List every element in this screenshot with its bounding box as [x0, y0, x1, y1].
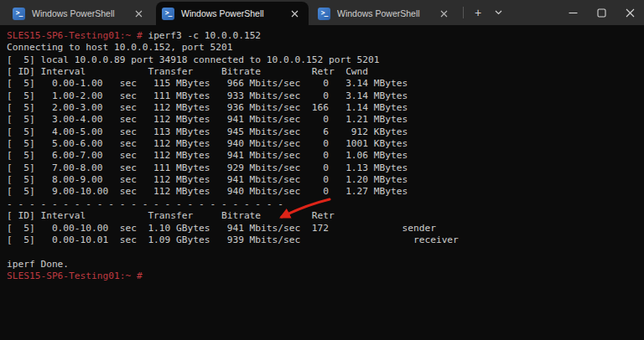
terminal-line: [ ID] Interval Transfer Bitrate Retr Cwn…: [7, 66, 637, 78]
terminal-line: [ 5] 4.00-5.00 sec 113 MBytes 945 Mbits/…: [7, 126, 637, 138]
terminal-line: [ 5] 9.00-10.00 sec 112 MBytes 940 Mbits…: [7, 186, 637, 198]
terminal-line: - - - - - - - - - - - - - - - - - - - - …: [7, 198, 637, 210]
close-button[interactable]: [615, 0, 644, 25]
tab-close-button[interactable]: [131, 6, 146, 21]
terminal-line: [ 5] 5.00-6.00 sec 112 MBytes 940 Mbits/…: [7, 138, 637, 150]
tab-windows-powershell-1[interactable]: >_ Windows PowerShell: [7, 2, 153, 25]
terminal-line: [ 5] 3.00-4.00 sec 112 MBytes 941 Mbits/…: [7, 114, 637, 126]
powershell-icon: >_: [162, 8, 174, 20]
window-controls: [558, 0, 644, 25]
tab-title: Windows PowerShell: [32, 8, 131, 18]
minimize-button[interactable]: [558, 0, 587, 25]
terminal[interactable]: SLES15-SP6-Testing01:~ # iperf3 -c 10.0.…: [0, 25, 644, 340]
tab-title: Windows PowerShell: [337, 8, 436, 18]
tab-strip: >_ Windows PowerShell >_ Windows PowerSh…: [0, 0, 461, 25]
new-tab-button[interactable]: +: [468, 3, 488, 23]
powershell-icon: >_: [13, 8, 25, 20]
title-bar: >_ Windows PowerShell >_ Windows PowerSh…: [0, 0, 644, 25]
terminal-line: [ 5] local 10.0.0.89 port 34918 connecte…: [7, 54, 637, 66]
terminal-line: [ 5] 8.00-9.00 sec 112 MBytes 941 Mbits/…: [7, 174, 637, 186]
terminal-line: [ 5] 0.00-10.01 sec 1.09 GBytes 939 Mbit…: [7, 234, 637, 246]
terminal-line: iperf Done.: [7, 259, 637, 270]
tab-close-button[interactable]: [436, 6, 451, 21]
terminal-line: [7, 246, 637, 258]
terminal-line: [ 5] 0.00-10.00 sec 1.10 GBytes 941 Mbit…: [7, 223, 637, 234]
terminal-line: [ 5] 1.00-2.00 sec 111 MBytes 933 Mbits/…: [7, 90, 637, 102]
close-icon: [135, 10, 143, 18]
close-icon: [626, 8, 635, 18]
tab-close-button[interactable]: [287, 6, 302, 21]
terminal-line: [ 5] 6.00-7.00 sec 112 MBytes 941 Mbits/…: [7, 150, 637, 162]
terminal-line: SLES15-SP6-Testing01:~ #: [7, 270, 637, 282]
minimize-icon: [569, 8, 578, 18]
tab-bar-divider: [463, 7, 464, 18]
terminal-line: Connecting to host 10.0.0.152, port 5201: [7, 42, 637, 54]
close-icon: [291, 10, 299, 18]
terminal-output: SLES15-SP6-Testing01:~ # iperf3 -c 10.0.…: [7, 30, 637, 282]
terminal-line: [ 5] 7.00-8.00 sec 111 MBytes 929 Mbits/…: [7, 162, 637, 174]
terminal-line: [ ID] Interval Transfer Bitrate Retr: [7, 210, 637, 222]
close-icon: [440, 10, 448, 18]
tab-windows-powershell-2[interactable]: >_ Windows PowerShell: [156, 2, 309, 25]
terminal-line: SLES15-SP6-Testing01:~ # iperf3 -c 10.0.…: [7, 30, 637, 42]
chevron-down-icon: [495, 10, 502, 15]
tab-dropdown-button[interactable]: [488, 3, 508, 23]
terminal-line: [ 5] 2.00-3.00 sec 112 MBytes 936 Mbits/…: [7, 102, 637, 114]
powershell-icon: >_: [318, 8, 330, 20]
maximize-icon: [597, 8, 606, 18]
tab-title: Windows PowerShell: [181, 8, 287, 18]
terminal-line: [ 5] 0.00-1.00 sec 115 MBytes 966 Mbits/…: [7, 78, 637, 90]
tab-windows-powershell-3[interactable]: >_ Windows PowerShell: [312, 2, 458, 25]
maximize-button[interactable]: [587, 0, 615, 25]
